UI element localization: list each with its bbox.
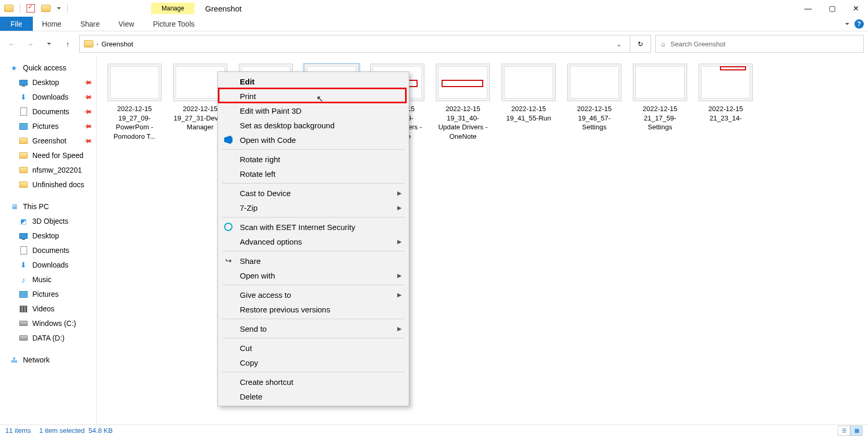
file-item[interactable]: 2022-12-15 19_31_40-Update Drivers - One… (435, 64, 491, 144)
chevron-right-icon[interactable]: › (96, 41, 99, 47)
sidebar-item-label: Desktop (32, 78, 59, 87)
properties-icon[interactable] (27, 4, 35, 13)
chevron-right-icon: ▶ (397, 190, 401, 197)
sidebar-item[interactable]: ♪Music (0, 272, 96, 287)
sidebar-this-pc[interactable]: 🖥 This PC (0, 199, 96, 214)
thumbnails-view-button[interactable]: ▦ (850, 426, 863, 436)
new-folder-icon[interactable] (41, 5, 51, 12)
picture-icon (19, 291, 28, 298)
divider (67, 4, 68, 13)
file-item[interactable]: 2022-12-15 19_46_57-Settings (566, 64, 622, 144)
context-menu-item[interactable]: Cut (218, 341, 409, 355)
address-segment[interactable]: Greenshot (102, 40, 133, 48)
context-menu-item[interactable]: Cast to Device▶ (218, 186, 409, 200)
drive-icon (19, 335, 28, 341)
file-tab[interactable]: File (0, 17, 33, 31)
menu-item-label: Open with Code (240, 136, 296, 144)
sidebar-item[interactable]: Greenshot📌 (0, 134, 96, 148)
file-item[interactable]: 2022-12-15 21_17_59-Settings (632, 64, 688, 144)
sidebar-quick-access[interactable]: ★ Quick access (0, 60, 96, 75)
menu-item-label: Rotate right (240, 155, 280, 164)
navigation-pane: ★ Quick access Desktop📌⬇Downloads📌Docume… (0, 56, 97, 425)
sidebar-item[interactable]: Unfinished docs (0, 177, 96, 192)
context-menu-item[interactable]: Send to▶ (218, 321, 409, 336)
menu-separator (222, 319, 405, 319)
context-menu-item[interactable]: Copy (218, 355, 409, 370)
search-box[interactable]: ⌕ Search Greenshot (655, 35, 864, 53)
context-menu-item[interactable]: Open with Code (218, 132, 409, 147)
qat-dropdown-icon[interactable] (57, 7, 61, 9)
context-menu-item[interactable]: 7-Zip▶ (218, 200, 409, 215)
sidebar-item[interactable]: nfsmw_202201 (0, 163, 96, 177)
tab-share[interactable]: Share (71, 17, 109, 31)
maximize-button[interactable]: ▢ (820, 0, 844, 17)
minimize-button[interactable]: — (796, 0, 820, 17)
forward-button[interactable]: → (23, 37, 38, 51)
manage-contextual-tab[interactable]: Manage (151, 3, 194, 14)
context-menu-item[interactable]: Edit (218, 74, 409, 89)
chevron-right-icon: ▶ (397, 238, 401, 245)
address-dropdown-icon[interactable]: ⌄ (612, 40, 626, 48)
file-item[interactable]: 2022-12-15 21_23_14- (698, 64, 754, 144)
file-item[interactable]: 2022-12-15 19_41_55-Run (500, 64, 557, 144)
sidebar-item-label: DATA (D:) (32, 334, 65, 342)
sidebar-item[interactable]: Pictures📌 (0, 119, 96, 134)
file-view[interactable]: 2022-12-15 19_27_09-PowerPom - Pomodoro … (97, 56, 868, 425)
context-menu-item[interactable]: Give access to▶ (218, 287, 409, 302)
context-menu-item[interactable]: Edit with Paint 3D (218, 103, 409, 118)
context-menu-item[interactable]: ↪Share (218, 253, 409, 268)
help-icon[interactable]: ? (854, 19, 864, 29)
sidebar-item[interactable]: Desktop📌 (0, 75, 96, 90)
status-bar: 11 items 1 item selected 54.8 KB ☰ ▦ (0, 425, 868, 436)
sidebar-item[interactable]: Documents (0, 243, 96, 258)
file-item[interactable]: 2022-12-15 19_27_09-PowerPom - Pomodoro … (106, 64, 163, 144)
file-name: 2022-12-15 21_23_14- (698, 104, 754, 126)
menu-item-label: 7-Zip (240, 203, 258, 212)
sidebar-item[interactable]: Need for Speed (0, 148, 96, 163)
context-menu-item[interactable]: Rotate right (218, 152, 409, 166)
sidebar-item[interactable]: Pictures (0, 287, 96, 301)
context-menu-item[interactable]: Restore previous versions (218, 302, 409, 317)
sidebar-item[interactable]: Desktop (0, 228, 96, 243)
close-button[interactable]: ✕ (844, 0, 868, 17)
file-name: 2022-12-15 19_31_40-Update Drivers - One… (435, 104, 491, 144)
sidebar-item[interactable]: ◩3D Objects (0, 214, 96, 228)
context-menu-item[interactable]: Delete (218, 389, 409, 404)
context-menu-item[interactable]: Print (218, 89, 409, 103)
context-menu-item[interactable]: Scan with ESET Internet Security (218, 220, 409, 234)
details-view-button[interactable]: ☰ (838, 426, 850, 436)
sidebar-item[interactable]: DATA (D:) (0, 331, 96, 345)
pin-icon: 📌 (82, 77, 92, 87)
chevron-right-icon: ▶ (397, 325, 401, 332)
menu-separator (222, 372, 405, 372)
status-item-count: 11 items (5, 427, 31, 434)
tab-view[interactable]: View (109, 17, 143, 31)
address-bar[interactable]: › Greenshot ⌄ (79, 35, 630, 53)
ribbon-collapse-icon[interactable] (845, 23, 849, 25)
sidebar-item[interactable]: Windows (C:) (0, 316, 96, 331)
sidebar-item[interactable]: Videos (0, 301, 96, 316)
sidebar-item[interactable]: Documents📌 (0, 104, 96, 119)
divider (20, 4, 20, 13)
status-selection: 1 item selected 54.8 KB (39, 427, 113, 434)
context-menu-item[interactable]: Create shortcut (218, 374, 409, 389)
up-button[interactable]: ↑ (60, 37, 75, 51)
sidebar-item[interactable]: ⬇Downloads (0, 258, 96, 272)
file-name: 2022-12-15 19_41_55-Run (500, 104, 557, 126)
thumbnail (633, 64, 687, 101)
sidebar-item-label: Desktop (32, 232, 59, 240)
context-menu-item[interactable]: Open with▶ (218, 268, 409, 283)
menu-item-label: Edit with Paint 3D (240, 106, 301, 115)
pin-icon: 📌 (82, 92, 92, 102)
context-menu-item[interactable]: Set as desktop background (218, 118, 409, 132)
context-menu-item[interactable]: Rotate left (218, 166, 409, 181)
sidebar-network[interactable]: 🖧 Network (0, 353, 96, 367)
refresh-button[interactable]: ↻ (630, 35, 651, 53)
recent-locations-icon[interactable] (42, 37, 56, 51)
sidebar-item-label: Need for Speed (32, 151, 83, 160)
back-button[interactable]: ← (4, 37, 19, 51)
tab-home[interactable]: Home (33, 17, 71, 31)
context-menu-item[interactable]: Advanced options▶ (218, 234, 409, 249)
sidebar-item[interactable]: ⬇Downloads📌 (0, 90, 96, 104)
tab-picture-tools[interactable]: Picture Tools (143, 17, 204, 31)
